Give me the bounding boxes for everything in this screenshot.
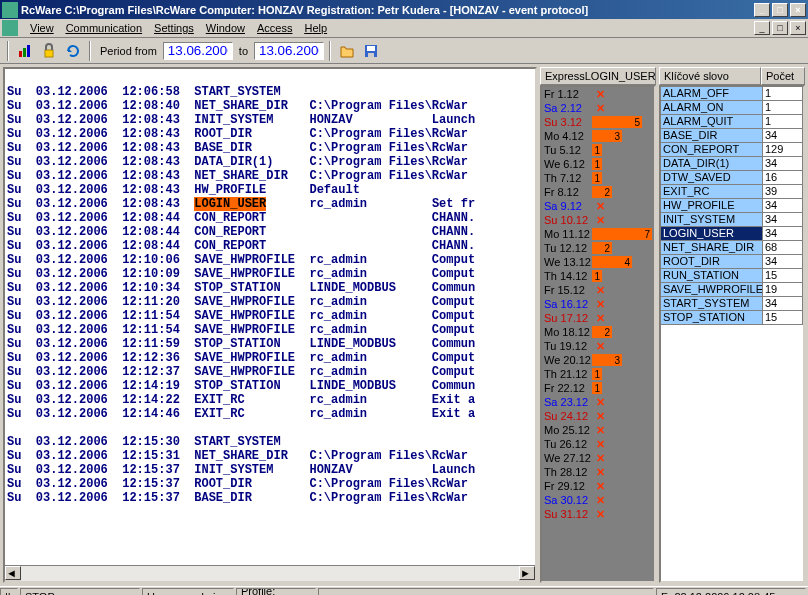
keyword-row[interactable]: INIT_SYSTEM34 <box>661 213 803 227</box>
keyword-row[interactable]: NET_SHARE_DIR68 <box>661 241 803 255</box>
menu-help[interactable]: Help <box>298 20 333 36</box>
menu-settings[interactable]: Settings <box>148 20 200 36</box>
calendar-row[interactable]: Sa 16.12✕ <box>542 297 654 311</box>
count-header[interactable]: Počet <box>761 67 805 85</box>
keyword-row[interactable]: ROOT_DIR34 <box>661 255 803 269</box>
horizontal-scrollbar[interactable]: ◄ ► <box>5 565 535 581</box>
calendar-row[interactable]: Tu 19.12✕ <box>542 339 654 353</box>
calendar-bar: 2 <box>592 242 612 254</box>
calendar-row[interactable]: Fr 15.12✕ <box>542 283 654 297</box>
keyword-row[interactable]: CON_REPORT129 <box>661 143 803 157</box>
calendar-row[interactable]: Tu 26.12✕ <box>542 437 654 451</box>
log-line: Su 03.12.2006 12:15:37 ROOT_DIR C:\Progr… <box>7 477 533 491</box>
keyword-row[interactable]: START_SYSTEM34 <box>661 297 803 311</box>
calendar-list[interactable]: Fr 1.12✕Sa 2.12✕Su 3.125Mo 4.123Tu 5.121… <box>540 85 656 583</box>
count-cell: 16 <box>763 171 803 185</box>
calendar-row[interactable]: Th 21.121 <box>542 367 654 381</box>
calendar-row[interactable]: Mo 18.122 <box>542 325 654 339</box>
calendar-day-label: Fr 29.12 <box>544 480 594 492</box>
keyword-list[interactable]: ALARM_OFF1ALARM_ON1ALARM_QUIT1BASE_DIR34… <box>659 85 805 583</box>
calendar-row[interactable]: Mo 11.127 <box>542 227 654 241</box>
mdi-maximize-button[interactable]: □ <box>772 21 788 35</box>
calendar-row[interactable]: Sa 30.12✕ <box>542 493 654 507</box>
calendar-row[interactable]: Th 14.121 <box>542 269 654 283</box>
calendar-bar: 1 <box>592 368 602 380</box>
keyword-cell: ALARM_ON <box>661 101 763 115</box>
calendar-row[interactable]: Tu 12.122 <box>542 241 654 255</box>
keyword-cell: STOP_STATION <box>661 311 763 325</box>
no-data-icon: ✕ <box>596 466 605 479</box>
calendar-day-label: Mo 18.12 <box>544 326 594 338</box>
keyword-row[interactable]: BASE_DIR34 <box>661 129 803 143</box>
calendar-row[interactable]: We 6.121 <box>542 157 654 171</box>
doc-icon <box>2 20 18 36</box>
calendar-row[interactable]: Th 7.121 <box>542 171 654 185</box>
keyword-row[interactable]: DTW_SAVED16 <box>661 171 803 185</box>
menu-access[interactable]: Access <box>251 20 298 36</box>
calendar-row[interactable]: Fr 8.122 <box>542 185 654 199</box>
calendar-row[interactable]: We 20.123 <box>542 353 654 367</box>
keyword-row[interactable]: RUN_STATION15 <box>661 269 803 283</box>
mdi-close-button[interactable]: × <box>790 21 806 35</box>
calendar-row[interactable]: We 13.124 <box>542 255 654 269</box>
minimize-button[interactable]: _ <box>754 3 770 17</box>
keyword-cell: HW_PROFILE <box>661 199 763 213</box>
calendar-row[interactable]: Tu 5.121 <box>542 143 654 157</box>
menu-window[interactable]: Window <box>200 20 251 36</box>
count-cell: 34 <box>763 129 803 143</box>
menu-view[interactable]: View <box>24 20 60 36</box>
calendar-row[interactable]: Fr 1.12✕ <box>542 87 654 101</box>
log-text[interactable]: Su 03.12.2006 12:06:58 START_SYSTEMSu 03… <box>5 69 535 565</box>
calendar-row[interactable]: Fr 22.121 <box>542 381 654 395</box>
calendar-row[interactable]: Sa 9.12✕ <box>542 199 654 213</box>
log-line: Su 03.12.2006 12:08:40 NET_SHARE_DIR C:\… <box>7 99 533 113</box>
calendar-row[interactable]: Fr 29.12✕ <box>542 479 654 493</box>
chart-icon[interactable] <box>14 40 36 62</box>
calendar-row[interactable]: Mo 25.12✕ <box>542 423 654 437</box>
calendar-day-label: Su 10.12 <box>544 214 594 226</box>
keyword-row[interactable]: STOP_STATION15 <box>661 311 803 325</box>
keyword-row[interactable]: SAVE_HWPROFILE19 <box>661 283 803 297</box>
status-user: User: rc_admin <box>142 588 234 596</box>
calendar-row[interactable]: Mo 4.123 <box>542 129 654 143</box>
save-icon[interactable] <box>360 40 382 62</box>
maximize-button[interactable]: □ <box>772 3 788 17</box>
no-data-icon: ✕ <box>596 102 605 115</box>
open-icon[interactable] <box>336 40 358 62</box>
from-date-input[interactable] <box>163 42 233 60</box>
keyword-row[interactable]: DATA_DIR(1)34 <box>661 157 803 171</box>
calendar-row[interactable]: Sa 23.12✕ <box>542 395 654 409</box>
calendar-row[interactable]: Su 24.12✕ <box>542 409 654 423</box>
keyword-row[interactable]: ALARM_ON1 <box>661 101 803 115</box>
calendar-row[interactable]: Su 17.12✕ <box>542 311 654 325</box>
to-date-input[interactable] <box>254 42 324 60</box>
lock-icon[interactable] <box>38 40 60 62</box>
calendar-row[interactable]: Su 3.125 <box>542 115 654 129</box>
calendar-row[interactable]: Sa 2.12✕ <box>542 101 654 115</box>
keyword-row[interactable]: ALARM_OFF1 <box>661 87 803 101</box>
no-data-icon: ✕ <box>596 480 605 493</box>
refresh-icon[interactable] <box>62 40 84 62</box>
calendar-row[interactable]: We 27.12✕ <box>542 451 654 465</box>
calendar-row[interactable]: Su 31.12✕ <box>542 507 654 521</box>
log-line: Su 03.12.2006 12:15:31 NET_SHARE_DIR C:\… <box>7 449 533 463</box>
calendar-bar: 7 <box>592 228 652 240</box>
close-button[interactable]: × <box>790 3 806 17</box>
mdi-minimize-button[interactable]: _ <box>754 21 770 35</box>
menu-communication[interactable]: Communication <box>60 20 148 36</box>
calendar-row[interactable]: Th 28.12✕ <box>542 465 654 479</box>
scroll-right-button[interactable]: ► <box>519 566 535 580</box>
keyword-row[interactable]: EXIT_RC39 <box>661 185 803 199</box>
calendar-day-label: Sa 2.12 <box>544 102 594 114</box>
keyword-row[interactable]: HW_PROFILE34 <box>661 199 803 213</box>
log-line: Su 03.12.2006 12:12:36 SAVE_HWPROFILE rc… <box>7 351 533 365</box>
calendar-panel: ExpressLOGIN_USER Fr 1.12✕Sa 2.12✕Su 3.1… <box>540 67 656 583</box>
calendar-header[interactable]: ExpressLOGIN_USER <box>540 67 656 85</box>
status-datetime: Fr 22.12.2006 12:08:45 <box>656 588 806 596</box>
keyword-header[interactable]: Klíčové slovo <box>659 67 761 85</box>
log-line: Su 03.12.2006 12:10:09 SAVE_HWPROFILE rc… <box>7 267 533 281</box>
scroll-left-button[interactable]: ◄ <box>5 566 21 580</box>
keyword-row[interactable]: LOGIN_USER34 <box>661 227 803 241</box>
keyword-row[interactable]: ALARM_QUIT1 <box>661 115 803 129</box>
calendar-row[interactable]: Su 10.12✕ <box>542 213 654 227</box>
